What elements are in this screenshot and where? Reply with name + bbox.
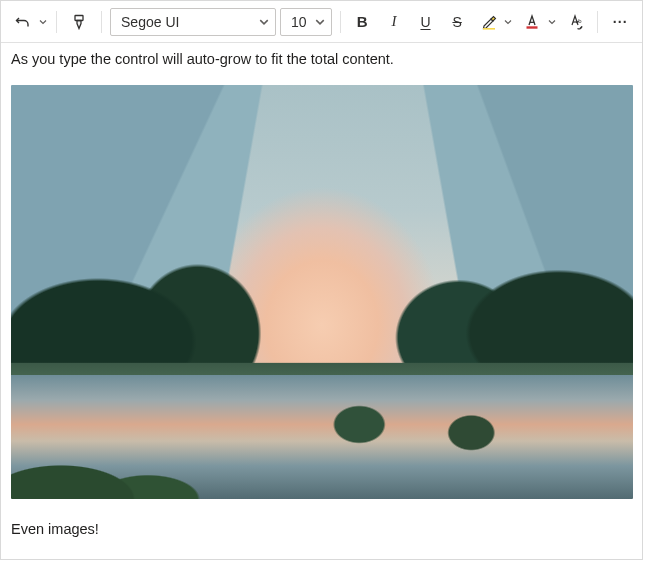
separator xyxy=(101,11,102,33)
underline-icon: U xyxy=(420,14,430,30)
underline-button[interactable]: U xyxy=(412,8,440,36)
svg-text:b: b xyxy=(578,17,582,23)
svg-rect-0 xyxy=(75,15,83,20)
strikethrough-icon: S xyxy=(452,14,461,30)
font-color-icon xyxy=(524,14,540,30)
italic-icon: I xyxy=(391,13,396,30)
font-size-select[interactable]: 10 xyxy=(280,8,332,36)
font-color-dropdown[interactable] xyxy=(546,8,558,36)
editor-content[interactable]: As you type the control will auto-grow t… xyxy=(1,43,642,559)
font-name-label: Segoe UI xyxy=(121,14,179,30)
landscape-image xyxy=(11,85,633,499)
format-painter-button[interactable] xyxy=(65,8,93,36)
format-painter-icon xyxy=(71,14,87,30)
bold-button[interactable]: B xyxy=(348,8,376,36)
undo-dropdown[interactable] xyxy=(37,8,49,36)
highlighter-icon xyxy=(481,14,497,30)
chevron-down-icon xyxy=(548,18,556,26)
undo-icon xyxy=(15,14,31,30)
undo-button[interactable] xyxy=(9,8,37,36)
svg-rect-2 xyxy=(527,26,538,28)
chevron-down-icon xyxy=(315,17,325,27)
italic-button[interactable]: I xyxy=(380,8,408,36)
chevron-down-icon xyxy=(39,18,47,26)
chevron-down-icon xyxy=(259,17,269,27)
embedded-image[interactable] xyxy=(11,85,632,499)
chevron-down-icon xyxy=(504,18,512,26)
font-size-label: 10 xyxy=(291,14,307,30)
clear-formatting-icon: b xyxy=(568,14,584,30)
content-line-1: As you type the control will auto-grow t… xyxy=(11,49,632,69)
highlight-dropdown[interactable] xyxy=(503,8,515,36)
highlight-button[interactable] xyxy=(475,8,503,36)
rich-text-editor: Segoe UI 10 B I U S xyxy=(0,0,643,560)
strikethrough-button[interactable]: S xyxy=(443,8,471,36)
svg-rect-1 xyxy=(483,28,495,30)
font-color-button[interactable] xyxy=(518,8,546,36)
separator xyxy=(56,11,57,33)
bold-icon: B xyxy=(357,13,368,30)
content-line-2: Even images! xyxy=(11,519,632,539)
separator xyxy=(597,11,598,33)
more-button[interactable]: ··· xyxy=(606,8,634,36)
more-icon: ··· xyxy=(613,14,628,30)
toolbar: Segoe UI 10 B I U S xyxy=(1,1,642,43)
clear-formatting-button[interactable]: b xyxy=(562,8,590,36)
font-name-select[interactable]: Segoe UI xyxy=(110,8,276,36)
separator xyxy=(340,11,341,33)
